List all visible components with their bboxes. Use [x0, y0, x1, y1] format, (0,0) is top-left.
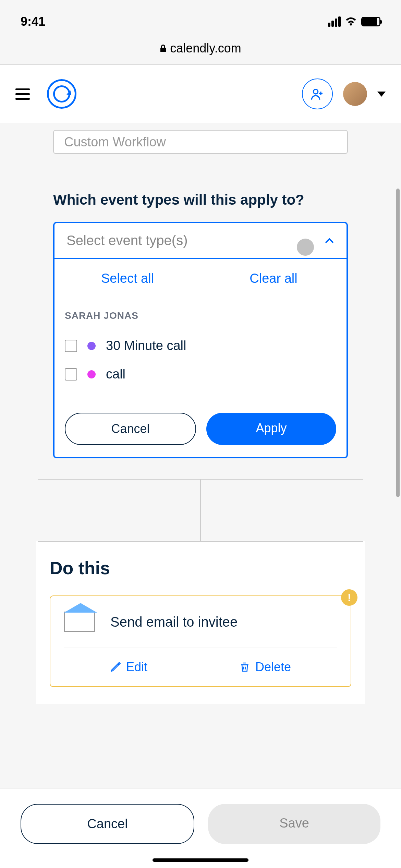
caret-down-icon[interactable] — [377, 92, 386, 97]
lock-icon — [160, 44, 167, 52]
checkbox[interactable] — [65, 368, 77, 381]
dropdown-group-name: SARAH JONAS — [65, 310, 336, 321]
dropdown-option[interactable]: call — [65, 360, 336, 388]
select-all-button[interactable]: Select all — [54, 271, 200, 286]
scrollbar[interactable] — [396, 189, 400, 497]
touch-indicator — [297, 239, 314, 256]
calendly-logo[interactable] — [47, 79, 76, 109]
event-type-dropdown[interactable]: Select event type(s) Select all Clear al… — [53, 222, 348, 458]
trash-icon — [239, 662, 250, 673]
url-bar[interactable]: calendly.com — [0, 38, 401, 64]
clear-all-button[interactable]: Clear all — [200, 271, 347, 286]
action-card: ! Send email to invitee Edit Delete — [50, 595, 351, 687]
bottom-bar: Cancel Save — [0, 788, 401, 868]
envelope-icon — [64, 612, 95, 632]
dropdown-option[interactable]: 30 Minute call — [65, 331, 336, 360]
chevron-up-icon — [324, 237, 335, 244]
dropdown-apply-button[interactable]: Apply — [206, 413, 336, 445]
color-dot — [87, 370, 96, 378]
menu-icon[interactable] — [15, 88, 30, 100]
add-person-button[interactable] — [302, 79, 333, 109]
option-label: 30 Minute call — [106, 338, 186, 353]
url-text: calendly.com — [170, 41, 241, 56]
home-indicator[interactable] — [153, 858, 248, 862]
action-label: Send email to invitee — [110, 614, 238, 630]
svg-point-0 — [313, 89, 318, 94]
battery-icon — [361, 17, 380, 26]
status-icons — [328, 16, 380, 27]
signal-icon — [328, 16, 341, 27]
dropdown-cancel-button[interactable]: Cancel — [65, 413, 196, 445]
save-button[interactable]: Save — [208, 804, 380, 844]
status-bar: 9:41 — [0, 0, 401, 38]
delete-button[interactable]: Delete — [239, 660, 291, 674]
option-label: call — [106, 367, 125, 382]
avatar[interactable] — [343, 82, 367, 106]
cancel-button[interactable]: Cancel — [21, 804, 194, 844]
edit-button[interactable]: Edit — [110, 660, 147, 674]
section-title: Which event types will this apply to? — [53, 192, 348, 208]
do-this-title: Do this — [50, 558, 351, 578]
wifi-icon — [345, 17, 357, 26]
dropdown-placeholder: Select event type(s) — [66, 233, 188, 248]
warning-badge-icon: ! — [341, 589, 357, 606]
status-time: 9:41 — [21, 14, 45, 29]
checkbox[interactable] — [65, 340, 77, 352]
workflow-connector — [15, 479, 386, 541]
app-header — [0, 65, 401, 123]
color-dot — [87, 342, 96, 350]
pencil-icon — [110, 662, 121, 673]
do-this-section: Do this ! Send email to invitee Edit Del… — [36, 541, 365, 704]
workflow-name-input[interactable]: Custom Workflow — [53, 130, 348, 154]
